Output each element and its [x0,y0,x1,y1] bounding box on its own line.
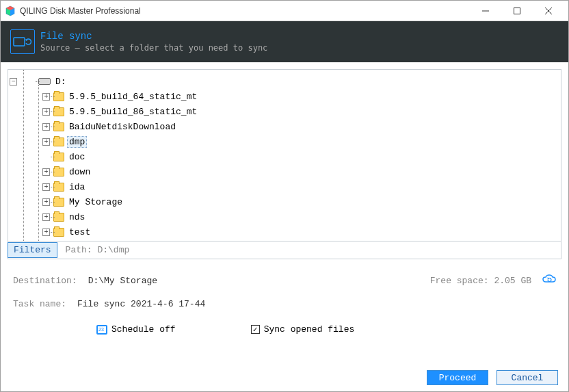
tree-node-drive[interactable]: − D: [12,74,561,89]
tree-footer: Filters Path: D:\dmp [8,241,561,259]
drive-icon [38,78,51,85]
tree-node[interactable] [12,239,561,241]
titlebar: QILING Disk Master Professional [1,1,568,21]
folder-tree-panel: − D: +5.9.5_build_64_static_mt+5.9.5_bui… [8,69,561,259]
sync-opened-files-checkbox[interactable]: ✓ Sync opened files [251,324,355,335]
path-label: Path: D:\dmp [66,245,130,255]
tree-node[interactable]: +dmp [12,134,561,149]
folder-icon [53,168,64,177]
tree-node[interactable]: +5.9.5_build_86_static_mt [12,104,561,119]
expand-icon[interactable]: + [42,93,50,101]
header-subtitle: Source — select a folder that you need t… [40,43,267,53]
folder-icon [53,228,64,237]
calendar-icon [96,325,107,335]
minimize-button[interactable] [470,1,501,21]
app-logo-icon [5,5,16,16]
expand-icon[interactable]: + [42,183,50,191]
close-button[interactable] [533,1,564,21]
expand-icon[interactable]: + [42,168,50,176]
page-header: File sync Source — select a folder that … [1,21,568,62]
tree-node[interactable]: +down [12,164,561,179]
schedule-label: Schedule off [111,324,176,335]
tree-node[interactable]: +BaiduNetdiskDownload [12,119,561,134]
tree-node-label: My Storage [67,196,124,208]
tree-node-label: D: [53,76,68,88]
expand-icon[interactable]: + [42,228,50,236]
footer-buttons: Proceed Cancel [427,370,558,385]
task-name-row: Task name: File sync 2021-4-6 17-44 [8,299,561,309]
tree-node-label: down [67,166,92,178]
tree-node[interactable]: +test [12,224,561,239]
tree-node-label: 5.9.5_build_64_static_mt [67,91,199,103]
folder-icon [53,198,64,207]
folder-icon [53,213,64,222]
task-name-value[interactable]: File sync 2021-4-6 17-44 [77,299,205,309]
folder-icon [53,183,64,192]
tree-node-label: nds [67,211,87,223]
tree-node[interactable]: +5.9.5_build_64_static_mt [12,89,561,104]
sync-icon [10,29,35,54]
task-name-label: Task name: [13,299,66,309]
tree-node[interactable]: +My Storage [12,194,561,209]
maximize-button[interactable] [501,1,533,21]
proceed-button[interactable]: Proceed [427,370,488,385]
destination-value: D:\My Storage [88,276,157,286]
tree-node-label: 5.9.5_build_86_static_mt [67,106,199,118]
tree-node-label: ida [67,181,87,193]
svg-rect-4 [514,8,520,14]
expand-icon[interactable]: + [42,123,50,131]
tree-node-label: dmp [67,136,87,148]
sync-opened-files-label: Sync opened files [264,324,355,335]
folder-icon [53,107,64,116]
destination-row: Destination: D:\My Storage Free space: 2… [8,274,561,287]
tree-node-label: doc [67,151,87,163]
collapse-icon[interactable]: − [10,78,17,86]
expand-icon[interactable]: + [42,198,50,206]
schedule-toggle[interactable]: Schedule off [96,324,176,335]
destination-label: Destination: [13,276,77,286]
tree-node-label: test [67,226,92,238]
folder-icon [53,153,64,161]
expand-icon[interactable]: + [42,213,50,221]
checkbox-icon: ✓ [251,325,260,334]
folder-icon [53,138,64,146]
folder-tree[interactable]: − D: +5.9.5_build_64_static_mt+5.9.5_bui… [8,70,561,241]
folder-icon [53,122,64,131]
tree-node[interactable]: +ida [12,179,561,194]
window-title: QILING Disk Master Professional [20,6,470,16]
expand-icon[interactable]: + [42,108,50,116]
filters-button[interactable]: Filters [8,242,57,258]
tree-node-label: BaiduNetdiskDownload [67,121,178,133]
header-title: File sync [40,31,267,42]
tree-node[interactable]: doc [12,149,561,164]
folder-icon [53,92,64,101]
cloud-refresh-icon[interactable] [542,274,556,287]
tree-node[interactable]: +nds [12,209,561,224]
cancel-button[interactable]: Cancel [497,370,558,385]
expand-icon[interactable]: + [42,138,50,146]
svg-rect-7 [14,38,25,46]
free-space-label: Free space: 2.05 GB [430,276,531,286]
